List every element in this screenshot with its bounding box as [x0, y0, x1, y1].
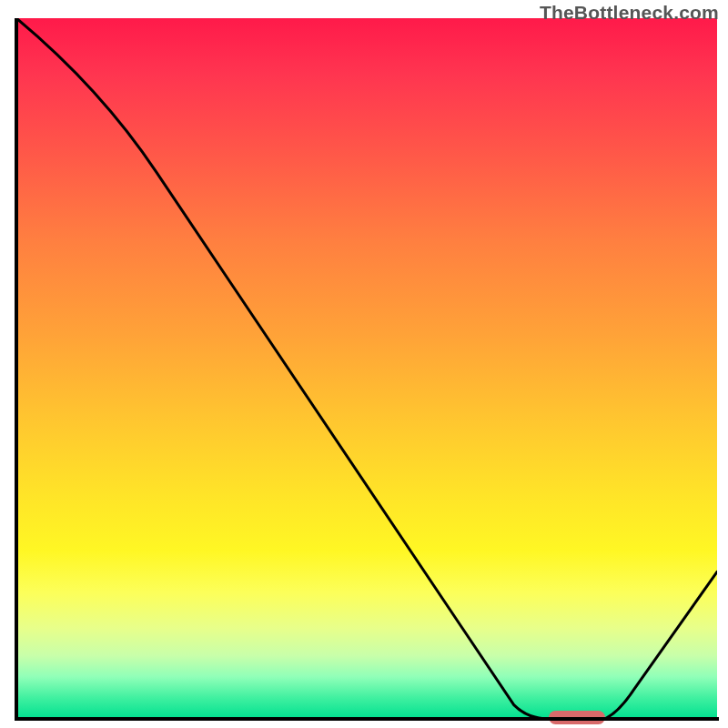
y-axis	[15, 18, 18, 721]
attribution-text: TheBottleneck.com	[540, 2, 719, 24]
x-axis	[15, 717, 719, 721]
bottleneck-chart: TheBottleneck.com	[0, 0, 728, 728]
plot-gradient-background	[16, 18, 717, 719]
